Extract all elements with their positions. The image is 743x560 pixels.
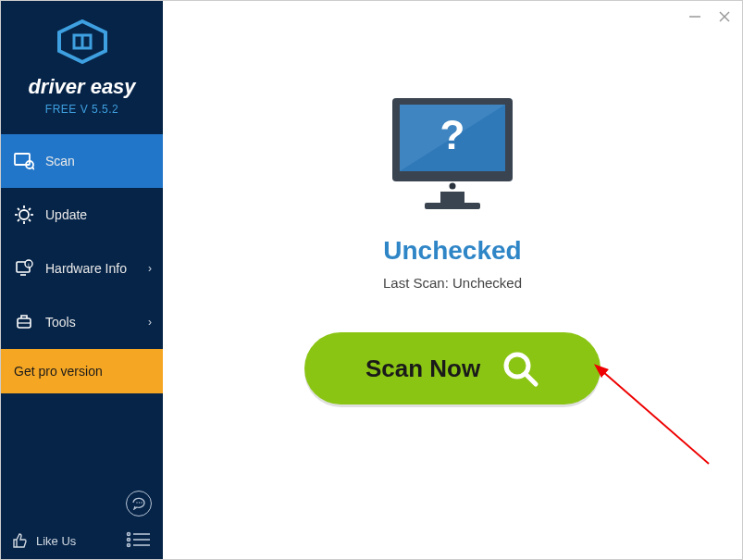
- logo-icon: [56, 19, 109, 68]
- search-icon: [501, 349, 539, 388]
- annotation-arrow: [588, 362, 718, 473]
- minimize-button[interactable]: [687, 8, 703, 25]
- svg-line-2: [32, 168, 34, 169]
- svg-point-20: [141, 502, 142, 503]
- svg-line-9: [29, 219, 31, 221]
- svg-rect-0: [15, 154, 30, 165]
- gear-icon: [14, 205, 34, 225]
- svg-text:?: ?: [440, 112, 465, 157]
- scan-icon: [14, 151, 34, 171]
- svg-point-18: [136, 502, 137, 503]
- sidebar-footer: Like Us: [1, 522, 163, 559]
- nav-update[interactable]: Update: [1, 188, 163, 242]
- like-us-button[interactable]: Like Us: [12, 532, 76, 549]
- nav-tools[interactable]: Tools ›: [1, 295, 163, 349]
- nav-scan[interactable]: Scan: [1, 134, 163, 188]
- thumbs-up-icon: [12, 532, 29, 549]
- chevron-right-icon: ›: [148, 262, 152, 275]
- version-label: FREE V 5.5.2: [10, 103, 154, 116]
- svg-point-19: [139, 502, 140, 503]
- nav: Scan Update i Hardware Info › Tools: [1, 134, 163, 491]
- svg-point-25: [128, 544, 130, 547]
- nav-hardware[interactable]: i Hardware Info ›: [1, 242, 163, 295]
- svg-point-23: [128, 539, 130, 541]
- main-panel: ? Unchecked Last Scan: Unchecked Scan No…: [163, 1, 742, 559]
- feedback-icon[interactable]: [126, 491, 152, 516]
- app-window: driver easy FREE V 5.5.2 Scan Update i: [0, 0, 743, 560]
- tools-icon: [14, 312, 34, 332]
- svg-point-21: [128, 533, 130, 536]
- monitor-illustration: ?: [383, 93, 522, 218]
- like-us-label: Like Us: [36, 534, 76, 548]
- svg-text:i: i: [28, 262, 29, 268]
- nav-update-label: Update: [45, 207, 87, 222]
- menu-icon[interactable]: [126, 531, 152, 550]
- svg-line-10: [18, 219, 19, 221]
- svg-line-8: [18, 208, 19, 210]
- svg-rect-34: [440, 192, 464, 203]
- svg-line-37: [526, 374, 536, 384]
- close-button[interactable]: [716, 8, 733, 25]
- brand-name: driver easy: [10, 75, 154, 99]
- logo-area: driver easy FREE V 5.5.2: [1, 1, 163, 134]
- svg-line-38: [602, 371, 709, 464]
- scan-now-button[interactable]: Scan Now: [304, 332, 601, 404]
- titlebar: [687, 8, 733, 25]
- nav-scan-label: Scan: [45, 154, 75, 168]
- svg-rect-35: [425, 203, 480, 209]
- nav-get-pro[interactable]: Get pro version: [1, 349, 163, 393]
- svg-line-11: [29, 208, 31, 210]
- nav-pro-label: Get pro version: [14, 364, 103, 379]
- nav-tools-label: Tools: [45, 315, 76, 330]
- svg-point-3: [19, 210, 29, 219]
- status-subtitle: Last Scan: Unchecked: [383, 275, 522, 291]
- sidebar: driver easy FREE V 5.5.2 Scan Update i: [1, 1, 163, 559]
- feedback-icon-wrap: [126, 491, 152, 516]
- svg-point-33: [450, 183, 456, 190]
- nav-hardware-label: Hardware Info: [45, 261, 127, 276]
- status-title: Unchecked: [383, 236, 521, 266]
- hardware-icon: i: [14, 258, 34, 279]
- scan-now-label: Scan Now: [365, 355, 480, 383]
- chevron-right-icon: ›: [148, 316, 152, 329]
